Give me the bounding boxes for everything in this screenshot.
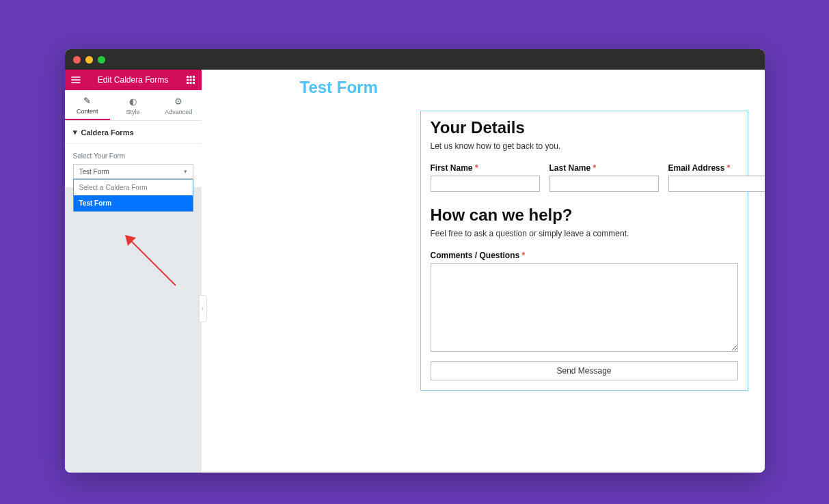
field-label: Email Address * [668,163,765,173]
svg-rect-8 [193,82,195,84]
chevron-left-icon: ‹ [202,305,204,312]
hamburger-icon [71,75,81,85]
tab-label: Advanced [165,109,192,115]
form-section-heading: Your Details [431,118,738,137]
required-mark: * [593,163,597,173]
form-section-subtext: Let us know how to get back to you. [431,141,738,151]
sidebar-header: Edit Caldera Forms [65,70,202,90]
collapse-sidebar-handle[interactable]: ‹ [199,295,207,322]
form-row: First Name * Last Name * [431,163,738,192]
tab-content[interactable]: ✎ Content [65,90,111,120]
comments-textarea[interactable] [431,263,738,352]
caret-down-icon: ▾ [73,128,77,137]
page-title: Test Form [300,78,748,97]
email-input[interactable] [668,176,765,192]
section-body: Select Your Form Test Form ▾ Select a Ca… [65,144,202,187]
dropdown-option-test-form[interactable]: Test Form [74,195,193,211]
sidebar-section-caldera: ▾ Caldera Forms Select Your Form Test Fo… [65,121,202,187]
first-name-input[interactable] [431,176,540,192]
close-window-icon[interactable] [73,56,81,64]
required-mark: * [727,163,731,173]
caldera-form-widget[interactable]: Your Details Let us know how to get back… [420,111,748,391]
select-form-label: Select Your Form [73,152,193,160]
section-header[interactable]: ▾ Caldera Forms [65,121,202,144]
form-select-dropdown: Select a Caldera Form Test Form [73,179,193,212]
required-mark: * [522,251,526,260]
svg-rect-5 [193,79,195,81]
tab-advanced[interactable]: ⚙ Advanced [156,90,202,120]
field-label: First Name * [431,163,540,173]
contrast-icon: ◐ [129,96,137,107]
dropdown-placeholder[interactable]: Select a Caldera Form [74,180,193,195]
field-last-name: Last Name * [549,163,659,192]
annotation-arrow-icon [121,231,182,292]
form-select-display[interactable]: Test Form ▾ [73,164,193,179]
form-select: Test Form ▾ Select a Caldera Form Test F… [73,164,193,179]
field-label: Last Name * [549,163,659,173]
app-body: Edit Caldera Forms ✎ Content ◐ Style ⚙ A… [65,70,765,473]
tab-label: Content [77,108,98,115]
field-email: Email Address * [668,163,765,192]
widgets-button[interactable] [180,76,202,84]
last-name-input[interactable] [549,176,659,192]
svg-line-9 [129,239,176,285]
send-message-button[interactable]: Send Message [431,361,738,380]
form-select-value: Test Form [79,168,109,176]
form-section-subtext: Feel free to ask a question or simply le… [431,229,738,238]
required-mark: * [475,163,478,173]
maximize-window-icon[interactable] [98,56,105,64]
svg-rect-3 [187,79,189,81]
svg-rect-4 [189,79,191,81]
svg-rect-1 [189,76,191,78]
svg-rect-7 [189,82,191,84]
section-title: Caldera Forms [81,128,134,137]
app-window: Edit Caldera Forms ✎ Content ◐ Style ⚙ A… [65,49,765,473]
form-section-heading: How can we help? [431,206,738,225]
chevron-down-icon: ▾ [184,168,187,175]
svg-rect-2 [193,76,195,78]
tab-label: Style [126,109,140,115]
minimize-window-icon[interactable] [85,56,93,64]
sidebar-tabs: ✎ Content ◐ Style ⚙ Advanced [65,90,202,121]
field-label: Comments / Questions * [431,251,738,260]
svg-rect-0 [187,76,189,78]
titlebar [65,49,765,70]
grid-icon [187,76,195,84]
tab-style[interactable]: ◐ Style [110,90,156,120]
gear-icon: ⚙ [174,96,182,107]
svg-marker-10 [125,235,136,246]
pencil-icon: ✎ [83,96,91,106]
editor-sidebar: Edit Caldera Forms ✎ Content ◐ Style ⚙ A… [65,70,202,473]
sidebar-title: Edit Caldera Forms [87,75,180,85]
menu-button[interactable] [65,75,87,85]
editor-canvas: Test Form Your Details Let us know how t… [202,70,765,473]
field-first-name: First Name * [431,163,540,192]
svg-rect-6 [187,82,189,84]
